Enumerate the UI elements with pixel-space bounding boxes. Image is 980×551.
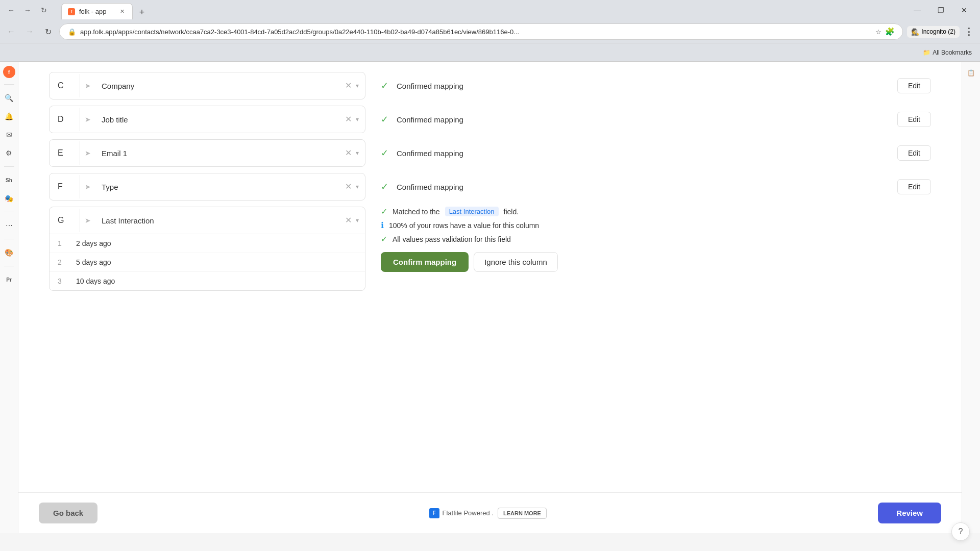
sidebar-separator-2 [4, 166, 14, 167]
more-options-button[interactable]: ⋮ [962, 24, 976, 39]
forward-nav-button[interactable]: → [20, 3, 35, 17]
coverage-text: 100% of your rows have a value for this … [389, 221, 539, 230]
footer-center: F Flatfile Powered . LEARN MORE [97, 508, 878, 519]
confirmed-text-c: Confirmed mapping [397, 82, 463, 90]
arrow-d: ➤ [80, 115, 95, 123]
field-clear-d[interactable]: ✕ [345, 115, 352, 123]
help-button[interactable]: ? [951, 522, 970, 541]
validation-check-icon: ✓ [381, 234, 387, 244]
field-dropdown-c[interactable]: ▾ [356, 82, 359, 89]
col-label-c: C [50, 74, 80, 97]
app-container: f 🔍 🔔 ✉ ⚙ Sh 🎭 ⋯ 🎨 Pr C ➤ Company [0, 62, 980, 533]
incognito-button[interactable]: 🕵 Incognito (2) [907, 26, 960, 38]
extensions-icon[interactable]: 🧩 [885, 27, 894, 36]
close-button[interactable]: ✕ [952, 0, 976, 20]
review-button[interactable]: Review [878, 503, 941, 523]
address-icons: ☆ 🧩 [874, 27, 894, 36]
validation-text: All values pass validation for this fiel… [393, 235, 511, 243]
mapping-header-g: G ➤ Last Interaction ✕ ▾ [50, 207, 365, 234]
tab-bar: f folk - app ✕ + [57, 1, 903, 19]
back-nav-button[interactable]: ← [4, 3, 18, 17]
col-label-d: D [50, 108, 80, 131]
arrow-g: ➤ [80, 216, 95, 224]
data-row: 3 10 days ago [50, 272, 365, 290]
mapping-left-e: E ➤ Email 1 ✕ ▾ [49, 139, 365, 167]
edit-button-e[interactable]: Edit [897, 145, 931, 161]
mapping-right-e: ✓ Confirmed mapping Edit [365, 145, 931, 161]
maximize-button[interactable]: ❐ [929, 0, 952, 20]
col-label-e: E [50, 141, 80, 165]
confirmed-text-e: Confirmed mapping [397, 149, 463, 158]
learn-more-button[interactable]: LEARN MORE [498, 508, 547, 519]
window-controls: — ❐ ✕ [905, 0, 976, 20]
field-dropdown-g[interactable]: ▾ [356, 217, 359, 224]
field-dropdown-f[interactable]: ▾ [356, 183, 359, 190]
sidebar-more-icon[interactable]: ⋯ [2, 218, 16, 233]
bookmark-star-icon[interactable]: ☆ [874, 27, 883, 36]
refresh-button[interactable]: ↻ [37, 3, 51, 17]
sidebar-mail-icon[interactable]: ✉ [2, 128, 16, 142]
mapping-header-c: C ➤ Company ✕ ▾ [50, 72, 365, 99]
check-icon-d: ✓ [381, 114, 388, 125]
refresh-nav-button[interactable]: ↻ [41, 24, 55, 39]
arrow-e: ➤ [80, 149, 95, 157]
mapping-field-d: Job title ✕ ▾ [95, 115, 365, 124]
match-status-line: ✓ Matched to the Last Interaction field. [381, 207, 931, 216]
active-tab[interactable]: f folk - app ✕ [61, 3, 133, 19]
coverage-status-line: ℹ 100% of your rows have a value for thi… [381, 220, 931, 230]
mapping-left-g: G ➤ Last Interaction ✕ ▾ 1 2 days ago 2 … [49, 207, 365, 291]
sidebar-theater-icon[interactable]: 🎭 [2, 191, 16, 206]
field-dropdown-e[interactable]: ▾ [356, 149, 359, 157]
info-icon: ℹ [381, 220, 384, 230]
mapping-field-f: Type ✕ ▾ [95, 183, 365, 191]
sidebar-pr-icon[interactable]: Pr [2, 272, 16, 287]
sidebar-settings-icon[interactable]: ⚙ [2, 146, 16, 160]
sidebar-sh-icon[interactable]: Sh [2, 173, 16, 187]
ignore-column-button[interactable]: Ignore this column [474, 252, 558, 272]
field-badge: Last Interaction [445, 207, 499, 216]
mapping-row-e: E ➤ Email 1 ✕ ▾ ✓ Confirmed mapping Edit [49, 139, 931, 167]
check-icon-c: ✓ [381, 80, 388, 91]
tab-favicon: f [68, 8, 75, 15]
field-name-c: Company [102, 82, 341, 90]
mapping-header-d: D ➤ Job title ✕ ▾ [50, 106, 365, 133]
bookmarks-bar: 📁 All Bookmarks [0, 43, 980, 61]
edit-button-f[interactable]: Edit [897, 179, 931, 194]
address-bar-row: ← → ↻ 🔒 app.folk.app/apps/contacts/netwo… [0, 20, 980, 43]
sidebar-search-icon[interactable]: 🔍 [2, 91, 16, 105]
sidebar-avatar[interactable]: f [3, 66, 15, 78]
mapping-row-c: C ➤ Company ✕ ▾ ✓ Confirmed mapping Edit [49, 72, 931, 99]
field-clear-g[interactable]: ✕ [345, 216, 352, 224]
field-clear-e[interactable]: ✕ [345, 149, 352, 157]
confirmed-text-d: Confirmed mapping [397, 115, 463, 124]
data-row: 1 2 days ago [50, 234, 365, 253]
mapping-right-f: ✓ Confirmed mapping Edit [365, 179, 931, 194]
main-content: C ➤ Company ✕ ▾ ✓ Confirmed mapping Edit [18, 62, 962, 533]
sidebar-bell-icon[interactable]: 🔔 [2, 109, 16, 123]
field-clear-c[interactable]: ✕ [345, 82, 352, 90]
go-back-button[interactable]: Go back [39, 503, 97, 523]
back-button[interactable]: ← [4, 24, 18, 39]
new-tab-button[interactable]: + [135, 5, 149, 19]
confirm-mapping-button[interactable]: Confirm mapping [381, 252, 469, 272]
address-bar[interactable]: 🔒 app.folk.app/apps/contacts/network/cca… [59, 23, 903, 40]
edit-button-c[interactable]: Edit [897, 78, 931, 93]
sidebar-separator-5 [4, 266, 14, 266]
field-clear-f[interactable]: ✕ [345, 183, 352, 191]
all-bookmarks-item[interactable]: 📁 All Bookmarks [919, 47, 976, 58]
mapping-row-d: D ➤ Job title ✕ ▾ ✓ Confirmed mapping Ed… [49, 106, 931, 133]
edit-button-d[interactable]: Edit [897, 112, 931, 127]
data-row-num: 3 [58, 277, 68, 285]
field-name-e: Email 1 [102, 149, 341, 158]
data-row-num: 1 [58, 239, 68, 247]
minimize-button[interactable]: — [905, 0, 929, 20]
tab-close-button[interactable]: ✕ [118, 8, 126, 16]
field-dropdown-d[interactable]: ▾ [356, 116, 359, 123]
forward-button[interactable]: → [22, 24, 37, 39]
sidebar-palette-icon[interactable]: 🎨 [2, 245, 16, 260]
match-text: Matched to the [393, 208, 440, 216]
check-icon-e: ✓ [381, 147, 388, 159]
sidebar-separator-1 [4, 84, 14, 85]
right-sidebar-icon-1[interactable]: 📋 [964, 66, 978, 80]
field-name-d: Job title [102, 115, 341, 124]
